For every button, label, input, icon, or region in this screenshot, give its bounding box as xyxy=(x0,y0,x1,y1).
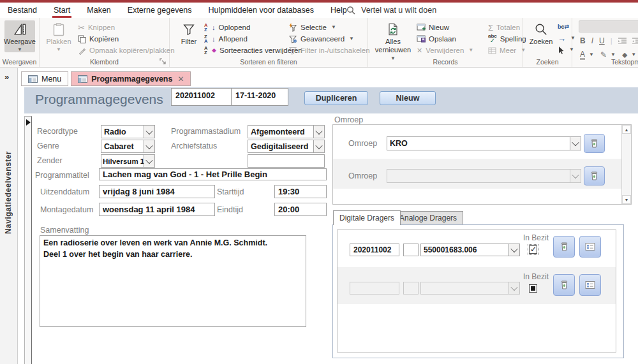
zender-label: Zender xyxy=(37,156,63,165)
italic-button[interactable]: I xyxy=(591,36,593,45)
navigation-pane-collapsed[interactable]: » Navigatiedeelvenster xyxy=(0,68,18,364)
cut-button[interactable]: ✂ Knippen xyxy=(78,22,115,33)
find-button[interactable]: Zoeken xyxy=(526,20,556,46)
nieuw-button[interactable]: Nieuw xyxy=(380,91,436,105)
drager-carrier-combobox[interactable] xyxy=(420,282,520,295)
chevron-down-icon[interactable] xyxy=(508,244,519,256)
chevron-down-icon: ▼ xyxy=(17,47,22,52)
recordtype-combobox[interactable]: Radio xyxy=(101,125,155,138)
totals-button[interactable]: Σ Totalen xyxy=(488,22,520,33)
montagedatum-field[interactable]: woensdag 11 april 1984 xyxy=(99,203,215,216)
samenvatting-field[interactable]: Een radioserie over leven en werk van An… xyxy=(40,235,306,327)
chevron-down-icon[interactable] xyxy=(313,126,324,138)
more-button[interactable]: Meer ▼ xyxy=(488,45,526,56)
spelling-button[interactable]: abc✓ Spelling xyxy=(488,33,526,45)
tab-help[interactable]: Help xyxy=(330,6,347,15)
tab-maken[interactable]: Maken xyxy=(87,6,111,15)
chevron-down-icon[interactable] xyxy=(508,282,519,294)
programmastadium-combobox[interactable]: Afgemonteerd xyxy=(248,125,325,138)
refresh-all-button[interactable]: Allesvernieuwen ▼ xyxy=(373,20,413,62)
dupliceren-button[interactable]: Dupliceren xyxy=(304,91,368,105)
indent-increase-icon[interactable] xyxy=(618,38,627,44)
sort-ascending-button[interactable]: AZ ↓ Oplopend xyxy=(204,22,250,33)
save-record-button[interactable]: Opslaan xyxy=(417,33,456,45)
clear-sort-button[interactable]: AZ ⬥ Sorteeracties verwijderen xyxy=(204,45,302,56)
extra-status-field[interactable] xyxy=(248,154,325,168)
chevron-down-icon[interactable] xyxy=(570,137,581,150)
toggle-filter-button[interactable]: Filter in-/uitschakelen xyxy=(288,45,370,56)
view-button[interactable]: Weergave ▼ xyxy=(4,20,35,52)
tab-analoge-dragers[interactable]: Analoge Dragers xyxy=(393,211,463,225)
archiefstatus-combobox[interactable]: Gedigitaliseerd xyxy=(248,140,325,153)
eindtijd-field[interactable]: 20:00 xyxy=(274,203,327,216)
tell-me-search[interactable]: Vertel wat u wilt doen xyxy=(346,3,436,18)
omroep-combobox-empty[interactable] xyxy=(387,169,581,183)
starttijd-field[interactable]: 19:30 xyxy=(274,185,327,198)
chevron-down-icon[interactable] xyxy=(144,155,154,167)
tab-externe-gegevens[interactable]: Externe gegevens xyxy=(128,6,192,15)
new-record-button[interactable]: Nieuw xyxy=(417,22,449,33)
paste-icon xyxy=(52,22,65,36)
drager-sub-field[interactable] xyxy=(403,244,419,256)
zender-combobox[interactable]: Hilversum 1 xyxy=(101,154,155,168)
uitzenddatum-field[interactable]: vrijdag 8 juni 1984 xyxy=(99,185,215,198)
font-name-box[interactable] xyxy=(579,20,638,33)
chevron-down-icon[interactable] xyxy=(144,126,154,138)
document-tab-strip: Menu Programmagegevens ✕ xyxy=(18,71,638,86)
paste-button[interactable]: Plakken ▼ xyxy=(45,20,73,52)
copy-icon xyxy=(78,35,86,43)
in-bezit-checkbox[interactable] xyxy=(529,284,537,293)
doc-tab-menu[interactable]: Menu xyxy=(21,71,68,86)
omroep-combobox[interactable]: KRO xyxy=(387,136,581,150)
delete-drager-button[interactable] xyxy=(553,274,575,296)
uitzenddatum-label: Uitzenddatum xyxy=(40,187,89,196)
filter-button[interactable]: Filter xyxy=(176,20,202,46)
omroep-scrollbar[interactable]: ▲ ▼ xyxy=(621,125,631,204)
drager-carrier-combobox[interactable]: 550001683.006 xyxy=(420,244,520,256)
delete-omroep-button[interactable] xyxy=(584,166,605,186)
trash-icon xyxy=(560,242,569,252)
sort-descending-button[interactable]: ZA ↓ Aflopend xyxy=(204,33,248,45)
scrollbar-down-icon[interactable]: ▼ xyxy=(622,195,631,204)
record-id-value[interactable]: 202011002 xyxy=(172,89,232,105)
tab-bestand[interactable]: Bestand xyxy=(8,6,37,15)
delete-omroep-button[interactable] xyxy=(584,134,605,153)
copy-button[interactable]: Kopiëren xyxy=(78,33,119,45)
drager-details-button[interactable] xyxy=(579,236,601,258)
indent-decrease-icon[interactable] xyxy=(632,38,638,44)
drager-details-button[interactable] xyxy=(579,274,601,296)
omroep-subform: Omroep KRO Omroep xyxy=(332,124,632,205)
group-klembord: Plakken ▼ ✂ Knippen Kopiëren Opmaak kopi… xyxy=(40,18,170,67)
record-date-value[interactable]: 17-11-2020 xyxy=(232,89,279,105)
bold-button[interactable]: B xyxy=(580,36,586,45)
drager-sub-field[interactable] xyxy=(403,282,419,295)
montagedatum-label: Montagedatum xyxy=(40,205,93,214)
expand-nav-icon[interactable]: » xyxy=(4,72,9,82)
format-painter-button[interactable]: Opmaak kopiëren/plakken xyxy=(78,45,175,56)
record-selector[interactable] xyxy=(24,116,32,364)
replace-button[interactable]: bc⇄ xyxy=(558,21,569,33)
tab-digitale-dragers[interactable]: Digitale Dragers xyxy=(333,210,401,225)
tab-hulpmiddelen[interactable]: Hulpmiddelen voor databases xyxy=(209,6,314,15)
group-sorteren: Filter AZ ↓ Oplopend ZA ↓ Aflopend AZ ⬥ … xyxy=(170,18,368,67)
underline-button[interactable]: U xyxy=(599,36,605,45)
close-icon[interactable]: ✕ xyxy=(177,75,184,84)
doc-tab-programmagegevens[interactable]: Programmagegevens ✕ xyxy=(71,71,191,86)
scrollbar-up-icon[interactable]: ▲ xyxy=(622,125,631,134)
chevron-down-icon[interactable] xyxy=(570,170,581,182)
tab-start[interactable]: Start xyxy=(54,6,70,15)
programmatitel-field[interactable]: Lachen mag van God - 1 - Het Prille Begi… xyxy=(99,168,327,180)
advanced-filter-button[interactable]: Geavanceerd ▼ xyxy=(288,33,354,45)
drager-id-field[interactable]: 202011002 xyxy=(350,244,399,256)
delete-record-button[interactable]: ✕ Verwijderen ▼ xyxy=(417,45,473,56)
search-prompt-text: Vertel wat u wilt doen xyxy=(361,6,436,15)
delete-drager-button[interactable] xyxy=(553,236,575,258)
drager-id-field[interactable] xyxy=(350,282,399,295)
chevron-down-icon[interactable] xyxy=(313,140,324,152)
details-icon xyxy=(585,242,595,251)
in-bezit-checkbox[interactable] xyxy=(529,245,537,254)
chevron-down-icon[interactable] xyxy=(144,140,154,152)
dragers-subform: 202011002 550001683.006 In Bezit xyxy=(337,229,616,353)
genre-combobox[interactable]: Cabaret xyxy=(101,140,155,153)
selection-filter-button[interactable]: Selectie ▼ xyxy=(288,22,336,33)
